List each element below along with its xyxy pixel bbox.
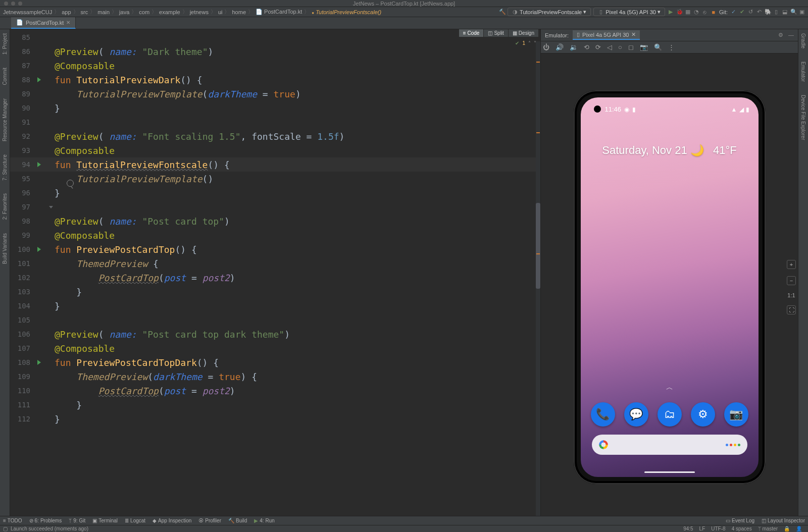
code-content[interactable]: ThemedPreview(darkTheme = true) { [55, 371, 540, 382]
tool-structure[interactable]: 7: Structure [2, 152, 8, 183]
debug-icon[interactable]: 🐞 [676, 9, 682, 15]
tab-problems[interactable]: ⊘ 6: Problems [29, 518, 62, 523]
code-content[interactable]: } [55, 103, 540, 114]
tool-build-variants[interactable]: Build Variants [2, 231, 8, 266]
code-line[interactable]: 88fun TutorialPreviewDark() { [10, 73, 540, 87]
code-line[interactable]: 95 TutorialPreviewTemplate() [10, 172, 540, 186]
person-icon[interactable]: 👤 [793, 526, 805, 531]
profile-icon[interactable]: ◔ [693, 9, 699, 15]
sync-icon[interactable]: 🐘 [765, 9, 771, 15]
tab-profiler[interactable]: ⦿ Profiler [198, 518, 221, 523]
window-controls[interactable] [0, 2, 22, 6]
mode-code[interactable]: ≡Code [459, 29, 484, 37]
breadcrumbs[interactable]: JetnewssampleCUJ〉app〉src〉main〉java〉com〉e… [3, 8, 499, 16]
zoom-dot[interactable] [18, 2, 22, 6]
fold-icon[interactable] [49, 206, 53, 208]
stop-icon[interactable]: ■ [711, 9, 717, 15]
line-number[interactable]: 100 [10, 245, 36, 253]
code-content[interactable]: } [55, 414, 540, 424]
screenshot-icon[interactable]: 📷 [640, 43, 648, 51]
code-line[interactable]: 105 [10, 313, 540, 327]
code-line[interactable]: 106@Preview( name: "Post card top dark t… [10, 327, 540, 341]
line-number[interactable]: 106 [10, 330, 36, 338]
code-line[interactable]: 89 TutorialPreviewTemplate(darkTheme = t… [10, 87, 540, 101]
gesture-home-bar[interactable] [644, 471, 695, 473]
close-icon[interactable]: ✕ [66, 20, 70, 25]
google-searchbar[interactable] [592, 435, 747, 455]
tab-eventlog[interactable]: ▭ Event Log [726, 518, 754, 523]
zoom-out-icon[interactable]: − [787, 276, 796, 285]
breadcrumb-segment[interactable]: main [97, 9, 110, 15]
line-number[interactable]: 87 [10, 62, 36, 70]
close-dot[interactable] [4, 2, 8, 6]
code-line[interactable]: 92@Preview( name: "Font scaling 1.5", fo… [10, 129, 540, 143]
code-line[interactable]: 107@Composable [10, 341, 540, 355]
emulator-canvas[interactable]: 11:46 ◉ ▮ ▲ ◢ ▮ Saturday, Nov 21 🌙 [541, 54, 798, 521]
code-content[interactable]: ThemedPreview { [55, 258, 540, 269]
files-app-icon[interactable]: 🗂 [658, 402, 682, 427]
scroll-thumb[interactable] [536, 203, 540, 289]
code-content[interactable]: fun PreviewPostCardTopDark() { [55, 357, 540, 368]
line-number[interactable]: 93 [10, 146, 36, 154]
code-line[interactable]: 99@Composable [10, 228, 540, 242]
line-number[interactable]: 110 [10, 387, 36, 395]
gutter[interactable] [36, 162, 55, 167]
tab-inspection[interactable]: ◆ App Inspection [153, 518, 191, 523]
tool-device-file-explorer[interactable]: Device File Explorer [800, 93, 806, 142]
camera-app-icon[interactable]: 📷 [724, 402, 748, 427]
code-line[interactable]: 112} [10, 412, 540, 426]
breadcrumb-segment[interactable]: com [139, 9, 149, 15]
run-gutter-icon[interactable] [37, 247, 41, 252]
tool-gradle[interactable]: Gradle [800, 31, 806, 50]
device-select[interactable]: ▯ Pixel 4a (5G) API 30 ▾ [593, 8, 665, 16]
line-separator[interactable]: LF [696, 526, 709, 531]
line-number[interactable]: 101 [10, 259, 36, 268]
avd-icon[interactable]: ▯ [773, 9, 779, 15]
line-number[interactable]: 104 [10, 302, 36, 310]
line-number[interactable]: 102 [10, 274, 36, 282]
hammer-icon[interactable]: 🔨 [499, 9, 505, 15]
code-content[interactable]: PostCardTop(post = post2) [55, 273, 540, 283]
code-content[interactable]: @Composable [55, 230, 540, 241]
code-content[interactable]: @Composable [55, 61, 540, 71]
scroll-marker-strip[interactable] [536, 41, 540, 521]
code-line[interactable]: 102 PostCardTop(post = post2) [10, 271, 540, 285]
tab-postcardtop[interactable]: 📄 PostCardTop.kt ✕ [11, 17, 76, 29]
code-content[interactable]: } [55, 188, 540, 198]
run-icon[interactable]: ▶ [668, 9, 674, 15]
line-number[interactable]: 86 [10, 47, 36, 56]
line-number[interactable]: 96 [10, 189, 36, 197]
tab-layout-inspector[interactable]: ◫ Layout Inspector [762, 518, 805, 523]
back-icon[interactable]: ◁ [607, 43, 612, 51]
settings-app-icon[interactable]: ⚙ [691, 402, 715, 427]
power-icon[interactable]: ⏻ [543, 43, 549, 51]
breadcrumb-segment[interactable]: jetnews [190, 9, 209, 15]
breadcrumb-segment[interactable]: example [159, 9, 180, 15]
code-line[interactable]: 103 } [10, 285, 540, 299]
breadcrumb-segment[interactable]: ui [218, 9, 223, 15]
file-encoding[interactable]: UTF-8 [708, 526, 728, 531]
code-line[interactable]: 87@Composable [10, 59, 540, 73]
code-content[interactable]: } [55, 287, 540, 297]
line-number[interactable]: 92 [10, 132, 36, 140]
line-number[interactable]: 108 [10, 358, 36, 366]
code-editor[interactable]: 8586@Preview( name: "Dark theme")87@Comp… [10, 30, 540, 521]
code-line[interactable]: 90} [10, 101, 540, 115]
code-content[interactable]: @Preview( name: "Post card top") [55, 216, 540, 227]
tool-project[interactable]: 1: Project [2, 31, 8, 57]
code-content[interactable]: @Preview( name: "Post card top dark them… [55, 329, 540, 340]
line-number[interactable]: 109 [10, 373, 36, 381]
tool-emulator[interactable]: Emulator [800, 60, 806, 84]
line-number[interactable]: 85 [10, 33, 36, 41]
git-update-icon[interactable]: ✓ [730, 9, 736, 15]
phone-app-icon[interactable]: 📞 [591, 402, 615, 427]
line-number[interactable]: 103 [10, 288, 36, 296]
close-icon[interactable]: ✕ [631, 31, 636, 38]
code-line[interactable]: 101 ThemedPreview { [10, 256, 540, 271]
lock-icon[interactable]: 🔒 [781, 526, 793, 531]
code-content[interactable]: TutorialPreviewTemplate() [55, 174, 540, 184]
code-line[interactable]: 94fun TutorialPreviewFontscale() { [10, 157, 540, 172]
code-content[interactable]: fun PreviewPostCardTop() { [55, 244, 540, 255]
breadcrumb-segment[interactable]: app [62, 9, 71, 15]
weather-widget[interactable]: Saturday, Nov 21 🌙 41°F [581, 144, 759, 157]
